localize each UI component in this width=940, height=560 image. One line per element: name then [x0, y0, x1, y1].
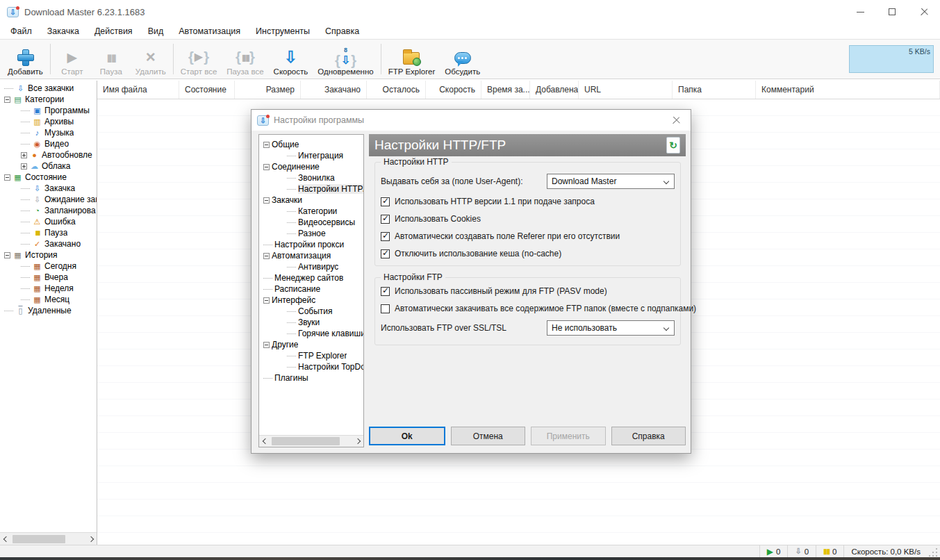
- column-header[interactable]: Состояние: [179, 81, 235, 99]
- tree-expander-minus-icon[interactable]: [4, 97, 10, 103]
- column-header[interactable]: Осталось: [367, 81, 426, 99]
- settings-tree-item[interactable]: Разное: [259, 228, 363, 239]
- ok-button[interactable]: Ok: [369, 427, 445, 445]
- sidebar-item[interactable]: ◉Видео: [0, 138, 97, 149]
- scroll-left-arrow[interactable]: [259, 436, 271, 447]
- sidebar-hscrollbar[interactable]: [0, 532, 97, 545]
- settings-tree-item[interactable]: Плагины: [259, 372, 363, 384]
- column-header[interactable]: Размер: [235, 81, 301, 99]
- tree-expander-plus-icon[interactable]: [21, 163, 27, 170]
- checkbox[interactable]: [381, 304, 390, 313]
- settings-tree-item[interactable]: Антивирус: [259, 261, 363, 272]
- help-button[interactable]: Справка: [611, 427, 686, 445]
- close-button[interactable]: [908, 0, 940, 24]
- tree-expander-minus-icon[interactable]: [4, 174, 10, 181]
- dialog-close-button[interactable]: [661, 110, 691, 131]
- settings-tree-item[interactable]: Звонилка: [259, 172, 363, 183]
- reset-defaults-icon[interactable]: ↻: [666, 137, 680, 154]
- tree-expander-minus-icon[interactable]: [263, 197, 270, 204]
- sidebar-item[interactable]: ▮▮Пауза: [0, 227, 97, 238]
- sidebar-item[interactable]: ▦История: [0, 249, 97, 261]
- menu-item[interactable]: Файл: [3, 25, 40, 38]
- sidebar-item[interactable]: ▣Программы: [0, 105, 97, 116]
- sidebar-item[interactable]: ⇩Ожидание зак: [0, 194, 97, 205]
- cancel-button[interactable]: Отмена: [451, 427, 526, 445]
- checkbox[interactable]: [381, 287, 390, 296]
- tree-expander-plus-icon[interactable]: [21, 152, 27, 158]
- tree-expander-minus-icon[interactable]: [263, 164, 270, 170]
- menu-item[interactable]: Справка: [318, 25, 367, 38]
- checkbox[interactable]: [381, 215, 390, 224]
- settings-tree-item[interactable]: Автоматизация: [259, 250, 363, 261]
- toolbar-button[interactable]: ⇩Скорость: [269, 41, 313, 77]
- column-header[interactable]: URL: [579, 81, 673, 99]
- tree-expander-minus-icon[interactable]: [4, 252, 10, 258]
- sidebar-item[interactable]: ♪Музыка: [0, 127, 97, 138]
- settings-tree-item[interactable]: Видеосервисы: [259, 217, 363, 228]
- settings-tree-item[interactable]: Настройки прокси: [259, 239, 363, 250]
- ftp-ssl-select[interactable]: Не использовать: [547, 320, 675, 336]
- maximize-button[interactable]: [876, 0, 908, 24]
- settings-tree-item[interactable]: Другие: [259, 339, 363, 350]
- settings-tree-hscrollbar[interactable]: [259, 435, 363, 447]
- sidebar-item[interactable]: ☁Облака: [0, 160, 97, 172]
- column-header[interactable]: Время за...: [481, 81, 530, 99]
- settings-tree-item[interactable]: Расписание: [259, 283, 363, 295]
- sidebar-item[interactable]: ✓Закачано: [0, 238, 97, 249]
- menu-item[interactable]: Инструменты: [248, 25, 318, 38]
- column-header[interactable]: Папка: [673, 81, 756, 99]
- settings-tree-item[interactable]: Категории: [259, 206, 363, 217]
- column-header[interactable]: Добавлена: [530, 81, 579, 99]
- resize-grip[interactable]: [929, 547, 939, 557]
- sidebar-item[interactable]: ▤Категории: [0, 94, 97, 105]
- settings-tree-item[interactable]: FTP Explorer: [259, 350, 363, 361]
- sidebar-item[interactable]: ⚠Ошибка: [0, 216, 97, 227]
- column-header[interactable]: Имя файла: [97, 81, 179, 99]
- sidebar-item[interactable]: ▦Неделя: [0, 283, 97, 294]
- menu-item[interactable]: Закачка: [40, 25, 87, 38]
- menu-item[interactable]: Вид: [140, 25, 172, 38]
- sidebar-item[interactable]: ▦Вчера: [0, 272, 97, 283]
- settings-tree-item[interactable]: Общие: [259, 139, 363, 150]
- settings-tree-item[interactable]: События: [259, 306, 363, 317]
- minimize-button[interactable]: [844, 0, 876, 24]
- sidebar-item[interactable]: ⇩Все закачки: [0, 83, 97, 94]
- user-agent-select[interactable]: Download Master: [547, 174, 675, 189]
- tree-expander-minus-icon[interactable]: [263, 342, 270, 348]
- checkbox[interactable]: [381, 197, 390, 206]
- checkbox[interactable]: [381, 232, 390, 241]
- toolbar-button[interactable]: FTP Explorer: [384, 41, 440, 77]
- toolbar-button[interactable]: Добавить: [3, 41, 48, 77]
- scroll-left-arrow[interactable]: [0, 533, 12, 545]
- settings-tree-item[interactable]: Соединение: [259, 161, 363, 172]
- sidebar-item[interactable]: ▥Архивы: [0, 116, 97, 127]
- sidebar-item[interactable]: ⇩Закачка: [0, 183, 97, 194]
- sidebar-item[interactable]: ▦Сегодня: [0, 261, 97, 272]
- settings-tree-item[interactable]: Закачки: [259, 195, 363, 206]
- toolbar-button[interactable]: Обсудить: [440, 41, 485, 77]
- sidebar-item[interactable]: ▦Состояние: [0, 172, 97, 183]
- settings-tree-item[interactable]: Горячие клавиши: [259, 328, 363, 339]
- settings-tree-item[interactable]: Интеграция: [259, 150, 363, 161]
- sidebar-item[interactable]: ◔Запланирова: [0, 205, 97, 216]
- scroll-right-arrow[interactable]: [352, 436, 363, 447]
- tree-expander-minus-icon[interactable]: [263, 253, 270, 259]
- scroll-right-arrow[interactable]: [85, 533, 97, 545]
- checkbox[interactable]: [381, 249, 390, 258]
- sidebar-item[interactable]: ●Автообновле: [0, 149, 97, 160]
- column-header[interactable]: Закачано: [301, 81, 367, 99]
- settings-tree-item[interactable]: Звуки: [259, 317, 363, 328]
- tree-expander-minus-icon[interactable]: [263, 142, 270, 148]
- scrollbar-thumb[interactable]: [13, 535, 65, 543]
- settings-tree-item[interactable]: Интерфейс: [259, 295, 363, 306]
- settings-tree-item[interactable]: Настройки HTTP/F: [259, 183, 363, 195]
- menu-item[interactable]: Автоматизация: [171, 25, 248, 38]
- column-header[interactable]: Комментарий: [756, 81, 940, 99]
- sidebar-item[interactable]: ▯Удаленные: [0, 305, 97, 316]
- tree-expander-minus-icon[interactable]: [263, 297, 270, 304]
- settings-tree-item[interactable]: Настройки TopDow: [259, 361, 363, 372]
- column-header[interactable]: Скорость: [426, 81, 481, 99]
- menu-item[interactable]: Действия: [87, 25, 140, 38]
- sidebar-item[interactable]: ▦Месяц: [0, 294, 97, 305]
- settings-tree-item[interactable]: Менеджер сайтов: [259, 272, 363, 283]
